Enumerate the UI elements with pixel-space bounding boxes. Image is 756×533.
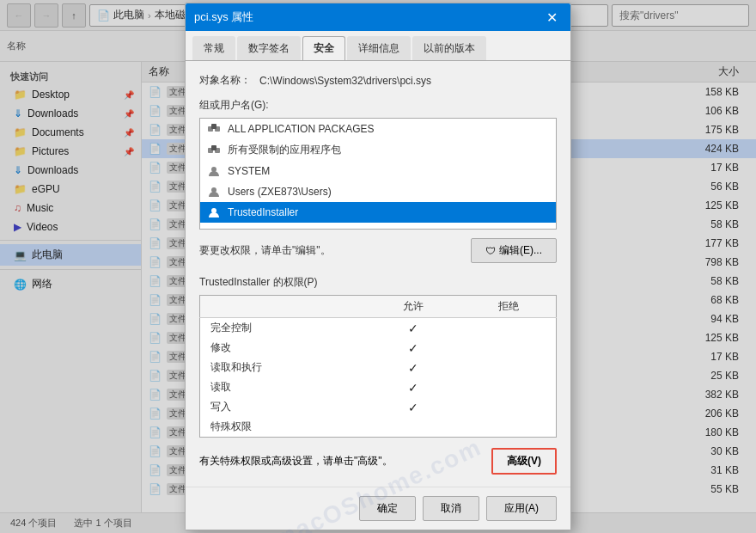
user-name: TrustedInstaller [228,206,298,218]
tab-previous-versions[interactable]: 以前的版本 [412,36,486,60]
tab-details[interactable]: 详细信息 [347,36,411,60]
dialog-body: 对象名称： C:\Windows\System32\drivers\pci.sy… [186,61,570,487]
user-name: SYSTEM [228,165,270,177]
object-name-value: C:\Windows\System32\drivers\pci.sys [259,75,431,87]
perm-row-fullcontrol: 完全控制 ✓ [200,318,557,339]
user-row-system[interactable]: SYSTEM [200,161,556,181]
users-listbox[interactable]: ALL APPLICATION PACKAGES 所有受限制的应用程序包 [199,118,557,230]
checkmark-icon: ✓ [408,401,418,414]
perm-deny [460,397,556,417]
checkmark-icon: ✓ [408,381,418,395]
user-icon [207,185,221,199]
perm-name: 特殊权限 [200,417,367,438]
dialog-close-button[interactable]: ✕ [541,7,562,28]
cancel-button[interactable]: 取消 [423,496,479,521]
advanced-btn-label: 高级(V) [507,454,541,469]
perm-name: 读取和执行 [200,358,367,377]
edit-hint: 要更改权限，请单击"编辑"。 [199,243,331,258]
user-name: Users (ZXE873\Users) [228,186,332,198]
shield-icon: 🛡 [485,245,496,257]
perm-allow: ✓ [366,377,460,397]
perm-name: 修改 [200,338,367,358]
perms-col-allow-header: 允许 [366,296,460,318]
user-row-allpackages[interactable]: ALL APPLICATION PACKAGES [200,119,556,139]
perm-row-write: 写入 ✓ [200,397,557,417]
dialog-title: pci.sys 属性 [194,9,253,25]
tab-general[interactable]: 常规 [192,36,235,60]
advanced-hint: 有关特殊权限或高级设置，请单击"高级"。 [199,454,393,469]
user-name: ALL APPLICATION PACKAGES [228,123,375,135]
edit-button[interactable]: 🛡 编辑(E)... [471,238,557,263]
user-row-users[interactable]: Users (ZXE873\Users) [200,181,556,202]
svg-rect-2 [211,124,216,129]
properties-dialog: pci.sys 属性 ✕ 常规 数字签名 安全 详细信息 以前的版本 对象名称：… [185,3,571,530]
perms-col-name-header [200,296,367,318]
tab-digital-signature[interactable]: 数字签名 [237,36,301,60]
dialog-tabs: 常规 数字签名 安全 详细信息 以前的版本 [186,31,570,61]
perm-allow: ✓ [366,358,460,377]
object-name-field: 对象名称： C:\Windows\System32\drivers\pci.sy… [199,73,557,88]
perm-name: 读取 [200,377,367,397]
dialog-footer: 确定 取消 应用(A) [186,487,570,530]
perm-row-read: 读取 ✓ [200,377,557,397]
group-label: 组或用户名(G): [199,98,557,113]
perm-deny [460,417,556,438]
perm-allow: ✓ [366,318,460,339]
perm-deny [460,358,556,377]
dialog-title-bar: pci.sys 属性 ✕ [186,3,570,31]
user-row-restricted[interactable]: 所有受限制的应用程序包 [200,139,556,161]
checkmark-icon: ✓ [408,361,418,375]
object-name-label: 对象名称： [199,73,259,88]
svg-rect-5 [211,145,216,150]
user-row-trustedinstaller[interactable]: TrustedInstaller [200,202,556,223]
group-icon2 [207,144,221,157]
perms-col-deny-header: 拒绝 [460,296,556,318]
dialog-overlay: pci.sys 属性 ✕ 常规 数字签名 安全 详细信息 以前的版本 对象名称：… [0,0,756,533]
perm-allow [366,417,460,438]
perm-name: 写入 [200,397,367,417]
perm-allow: ✓ [366,397,460,417]
perm-deny [460,338,556,358]
checkmark-icon: ✓ [408,341,418,355]
perm-row-readexecute: 读取和执行 ✓ [200,358,557,377]
perm-name: 完全控制 [200,318,367,339]
trusted-icon [207,205,221,219]
perm-row-modify: 修改 ✓ [200,338,557,358]
advanced-button[interactable]: 高级(V) [491,448,557,475]
system-icon [207,164,221,178]
perm-allow: ✓ [366,338,460,358]
advanced-row: 有关特殊权限或高级设置，请单击"高级"。 高级(V) [199,448,557,475]
edit-btn-label: 编辑(E)... [499,243,542,258]
group-icon [207,122,221,136]
perms-table: 允许 拒绝 完全控制 ✓ 修改 ✓ [199,295,557,438]
perm-deny [460,377,556,397]
apply-button[interactable]: 应用(A) [486,496,557,521]
tab-security[interactable]: 安全 [302,36,345,60]
perm-deny [460,318,556,339]
user-name: 所有受限制的应用程序包 [228,143,341,157]
ok-button[interactable]: 确定 [359,496,416,521]
perm-row-special: 特殊权限 [200,417,557,438]
perms-section-label: TrustedInstaller 的权限(P) [199,275,557,290]
checkmark-icon: ✓ [408,322,418,335]
edit-btn-row: 要更改权限，请单击"编辑"。 🛡 编辑(E)... [199,238,557,263]
